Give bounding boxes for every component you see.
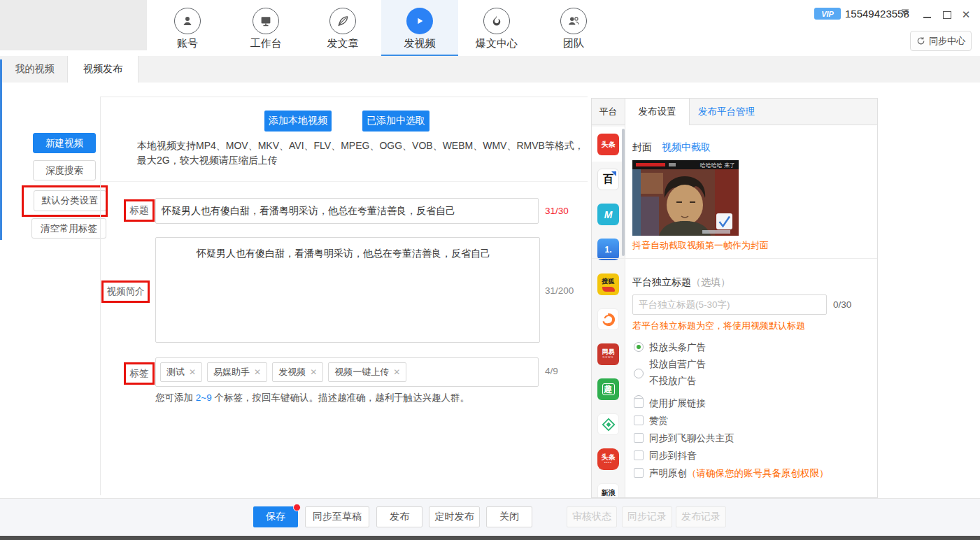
tag-chip[interactable]: 发视频✕: [272, 362, 323, 382]
nav-item-workbench[interactable]: 工作台: [227, 0, 304, 56]
cover-thumbnail-art: [632, 160, 739, 236]
diamond-glyph: [602, 418, 616, 432]
nav-item-team[interactable]: 团队: [535, 0, 612, 56]
intro-field-label: 视频简介: [101, 280, 150, 303]
remove-tag-icon[interactable]: ✕: [254, 367, 261, 377]
account-dropdown-icon[interactable]: [900, 7, 912, 20]
platform-column: 头条 百 M 1. 搜狐 网易NEWS 趣 头条•••• 新浪: [592, 125, 625, 498]
workbench-icon: [253, 8, 279, 34]
platform-glyph: 趣: [602, 383, 615, 395]
close-icon: ✕: [962, 8, 971, 21]
feather-pen-icon: [329, 8, 356, 34]
left-scroll-indicator[interactable]: [0, 59, 2, 240]
tag-chip[interactable]: 易媒助手✕: [207, 362, 267, 382]
remove-tag-icon[interactable]: ✕: [189, 367, 196, 377]
platform-subtext: NEWS: [603, 356, 614, 359]
top-bar: 账号 工作台 发文章 发视频 爆文中心: [0, 0, 980, 56]
app-window: 账号 工作台 发文章 发视频 爆文中心: [0, 0, 980, 540]
checkbox-reward[interactable]: [634, 415, 644, 425]
publish-record-button: 发布记录: [676, 506, 726, 527]
pick-from-added-button[interactable]: 已添加中选取: [362, 111, 429, 132]
close-form-button[interactable]: 关闭: [486, 506, 532, 527]
cover-thumbnail[interactable]: 哈哈哈哈 来了: [632, 160, 739, 236]
vip-badge: VIP: [814, 8, 841, 20]
tags-hint: 您可添加 2~9 个标签，按回车键确认。描述越准确，越利于触达兴趣人群。: [155, 392, 469, 404]
add-local-video-button[interactable]: 添加本地视频: [264, 111, 332, 132]
nav-label: 团队: [535, 37, 612, 50]
sync-record-button: 同步记录: [622, 506, 672, 527]
panel-divider: [592, 258, 878, 259]
platform-icon-toutiao-hao[interactable]: 头条••••: [597, 448, 619, 470]
nav-item-hot-center[interactable]: 爆文中心: [458, 0, 535, 56]
platform-icon-netease[interactable]: 网易NEWS: [597, 343, 619, 365]
platform-icon-sina[interactable]: 新浪: [597, 483, 619, 498]
radio-toutiao-ad[interactable]: [634, 342, 644, 352]
clear-common-tags-button[interactable]: 清空常用标签: [31, 218, 106, 239]
tag-text: 视频一键上传: [334, 366, 389, 378]
platform-icon-qutoutiao[interactable]: 趣: [597, 378, 619, 400]
publish-button[interactable]: 发布: [376, 506, 422, 527]
new-video-button[interactable]: 新建视频: [33, 133, 96, 153]
platform-icon-toutiao[interactable]: 头条: [597, 134, 619, 155]
title-input[interactable]: [155, 198, 539, 224]
tab-video-publish[interactable]: 视频发布: [68, 56, 139, 83]
tab-platform-manage[interactable]: 发布平台管理: [698, 99, 755, 125]
minimize-icon: [923, 17, 931, 18]
maximize-button[interactable]: [939, 7, 955, 22]
checkbox-label: 同步到抖音: [649, 450, 697, 462]
platform-glyph: 百: [603, 173, 613, 186]
remove-tag-icon[interactable]: ✕: [310, 367, 317, 377]
platform-icon-swirl[interactable]: [597, 308, 619, 330]
button-label: 深度搜索: [45, 164, 83, 177]
schedule-publish-button[interactable]: 定时发布: [429, 506, 480, 527]
checkbox-declare-original[interactable]: [634, 468, 644, 478]
close-button[interactable]: ✕: [958, 7, 974, 22]
checkbox-sync-douyin[interactable]: [634, 450, 644, 460]
tab-label: 发布平台管理: [698, 106, 755, 118]
nav-item-publish-article[interactable]: 发文章: [304, 0, 381, 56]
app-logo-placeholder: [0, 0, 147, 50]
label-text: 视频简介: [107, 285, 145, 298]
tab-my-videos[interactable]: 我的视频: [2, 56, 68, 83]
default-category-button[interactable]: 默认分类设置: [34, 190, 106, 211]
tag-chip[interactable]: 测试✕: [160, 362, 202, 382]
deep-search-button[interactable]: 深度搜索: [33, 160, 96, 180]
button-label: 保存: [266, 511, 285, 523]
platform-icon-m[interactable]: M: [597, 204, 619, 225]
sync-center-button[interactable]: 同步中心: [910, 31, 972, 51]
button-label: 发布: [390, 511, 409, 523]
form-panel-top-border: [100, 97, 588, 97]
checkbox-label: 同步到飞聊公共主页: [649, 432, 734, 445]
capture-from-video-link[interactable]: 视频中截取: [662, 141, 711, 154]
platform-icon-diamond[interactable]: [597, 413, 619, 435]
tab-row: [0, 56, 980, 83]
tags-counter: 4/9: [545, 366, 558, 376]
nav-item-account[interactable]: 账号: [149, 0, 226, 56]
nav-item-publish-video[interactable]: 发视频: [381, 0, 458, 56]
tag-chip[interactable]: 视频一键上传✕: [328, 362, 406, 382]
thumbnail-overlay-text: 哈哈哈哈 来了: [700, 162, 735, 169]
tags-field-label: 标签: [124, 362, 155, 385]
radio-self-ad[interactable]: [634, 369, 644, 378]
platform-icon-sohu[interactable]: 搜狐: [597, 273, 619, 295]
sync-center-label: 同步中心: [929, 35, 965, 48]
review-status-button: 审核状态: [567, 506, 617, 527]
minimize-button[interactable]: [919, 7, 935, 22]
intro-textarea[interactable]: 怀疑男人也有傻白甜，看潘粤明采访，他总在夸董洁善良，反省自己: [155, 237, 540, 343]
platform-scrollbar-thumb[interactable]: [622, 129, 625, 256]
platform-glyph: M: [604, 209, 613, 220]
remove-tag-icon[interactable]: ✕: [393, 367, 400, 377]
tab-label: 视频发布: [83, 63, 122, 76]
tab-publish-settings[interactable]: 发布设置: [625, 99, 690, 125]
independent-title-input[interactable]: [632, 294, 827, 315]
checkbox-extended-link[interactable]: [634, 398, 644, 408]
checkbox-label: 使用扩展链接: [649, 397, 706, 410]
tag-text: 发视频: [278, 366, 306, 378]
save-button[interactable]: 保存: [253, 506, 298, 527]
platform-icon-baijiahao[interactable]: 百: [597, 169, 619, 190]
label-text: 标签: [130, 367, 149, 380]
checkbox-sync-feiliao[interactable]: [634, 433, 644, 443]
sync-to-draft-button[interactable]: 同步至草稿: [305, 506, 369, 527]
platform-icon-yidianzixun[interactable]: 1.: [597, 239, 619, 260]
tags-input-box[interactable]: 测试✕ 易媒助手✕ 发视频✕ 视频一键上传✕: [155, 357, 539, 387]
